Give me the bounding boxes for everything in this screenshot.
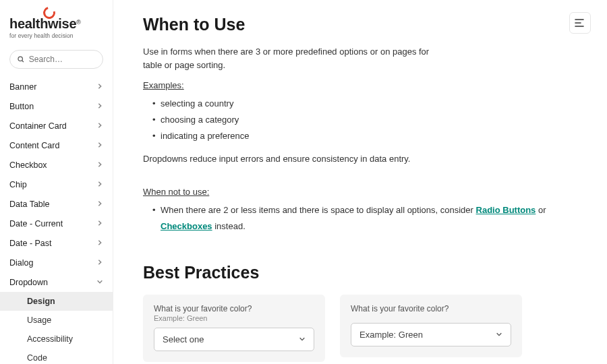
- intro-text: Use in forms when there are 3 or more pr…: [143, 45, 440, 72]
- chevron-right-icon: [96, 219, 103, 229]
- do-card-label: What is your favorite color?: [154, 304, 314, 313]
- main-content: When to Use Use in forms when there are …: [113, 0, 607, 364]
- sidebar-item-label: Date - Current: [9, 219, 63, 229]
- chevron-down-icon: [496, 331, 502, 338]
- when-not-label: When not to use:: [143, 187, 577, 197]
- sidebar-subitem-design[interactable]: Design: [0, 292, 113, 311]
- chevron-right-icon: [96, 200, 103, 209]
- sidebar-item-label: Banner: [9, 82, 36, 92]
- checkboxes-link[interactable]: Checkboxes: [161, 221, 212, 231]
- sidebar-subitem-code[interactable]: Code: [0, 348, 113, 364]
- dont-select-value: Example: Green: [359, 330, 423, 340]
- sidebar-item-banner[interactable]: Banner: [0, 77, 113, 96]
- toc-toggle-button[interactable]: [569, 12, 591, 34]
- registered-mark: ®: [76, 19, 81, 26]
- or-text: or: [536, 205, 546, 215]
- sidebar-item-label: Button: [9, 102, 34, 111]
- heading-best-practices: Best Practices: [143, 263, 577, 282]
- do-column: What is your favorite color? Example: Gr…: [143, 295, 325, 364]
- sidebar-item-label: Content Card: [9, 141, 59, 150]
- sidebar-item-container-card[interactable]: Container Card: [0, 116, 113, 135]
- svg-point-0: [18, 57, 22, 61]
- when-not-pre: When there are 2 or less items and there…: [161, 205, 476, 215]
- dont-card-label: What is your favorite color?: [351, 304, 511, 313]
- sidebar-item-data-table[interactable]: Data Table: [0, 194, 113, 214]
- sidebar-subitem-accessibility[interactable]: Accessibility: [0, 330, 113, 348]
- brand-tagline: for every health decision: [9, 32, 103, 39]
- sidebar-item-date-current[interactable]: Date - Current: [0, 214, 113, 233]
- heading-when-to-use: When to Use: [143, 15, 577, 34]
- examples-list: selecting a countrychoosing a categoryin…: [143, 96, 577, 144]
- reduce-text: Dropdowns reduce input errors and ensure…: [143, 152, 440, 166]
- search-icon: [17, 55, 25, 64]
- sidebar-item-content-card[interactable]: Content Card: [0, 135, 113, 155]
- sidebar-nav: BannerButtonContainer CardContent CardCh…: [0, 74, 113, 364]
- chevron-right-icon: [96, 141, 103, 150]
- sidebar-item-label: Date - Past: [9, 239, 52, 248]
- chevron-right-icon: [96, 258, 103, 268]
- examples-row: What is your favorite color? Example: Gr…: [143, 295, 577, 364]
- sidebar-item-date-past[interactable]: Date - Past: [0, 233, 113, 253]
- toc-icon: [575, 18, 585, 28]
- sidebar-item-label: Dropdown: [9, 278, 48, 287]
- chevron-right-icon: [96, 180, 103, 189]
- chevron-right-icon: [96, 102, 103, 111]
- do-card-hint: Example: Green: [154, 314, 314, 322]
- dont-card-select[interactable]: Example: Green: [351, 323, 511, 346]
- examples-label: Examples:: [143, 80, 577, 90]
- do-card-select[interactable]: Select one: [154, 328, 314, 351]
- sidebar-item-label: Dialog: [9, 258, 33, 268]
- search-input-wrap[interactable]: [9, 50, 103, 69]
- chevron-right-icon: [96, 278, 103, 287]
- sidebar-item-label: Container Card: [9, 121, 67, 131]
- chevron-right-icon: [96, 121, 103, 131]
- sidebar: healthwise® for every health decision Ba…: [0, 0, 113, 364]
- brand-name: healthwise: [9, 16, 76, 31]
- svg-line-1: [22, 61, 24, 62]
- do-select-value: Select one: [163, 334, 204, 344]
- dont-column: What is your favorite color? Example: Gr…: [340, 295, 522, 364]
- sidebar-item-label: Checkbox: [9, 160, 47, 170]
- sidebar-item-chip[interactable]: Chip: [0, 175, 113, 194]
- sidebar-item-button[interactable]: Button: [0, 96, 113, 116]
- chevron-right-icon: [96, 82, 103, 92]
- example-item: indicating a preference: [154, 128, 577, 144]
- when-not-item: When there are 2 or less items and there…: [154, 202, 577, 235]
- when-not-post: instead.: [212, 221, 245, 231]
- when-not-list: When there are 2 or less items and there…: [143, 202, 577, 235]
- example-item: choosing a category: [154, 112, 577, 128]
- sidebar-subitem-usage[interactable]: Usage: [0, 311, 113, 330]
- sidebar-item-dropdown[interactable]: Dropdown: [0, 272, 113, 292]
- chevron-right-icon: [96, 160, 103, 170]
- dont-card: What is your favorite color? Example: Gr…: [340, 295, 522, 357]
- sidebar-item-label: Data Table: [9, 200, 50, 209]
- example-item: selecting a country: [154, 96, 577, 112]
- brand-logo: healthwise® for every health decision: [0, 0, 113, 43]
- sidebar-item-dialog[interactable]: Dialog: [0, 253, 113, 272]
- sidebar-item-label: Chip: [9, 180, 27, 189]
- radio-buttons-link[interactable]: Radio Buttons: [476, 205, 536, 215]
- search-input[interactable]: [29, 55, 96, 64]
- sidebar-item-checkbox[interactable]: Checkbox: [0, 155, 113, 175]
- chevron-down-icon: [299, 336, 306, 342]
- do-card: What is your favorite color? Example: Gr…: [143, 295, 325, 362]
- chevron-right-icon: [96, 239, 103, 248]
